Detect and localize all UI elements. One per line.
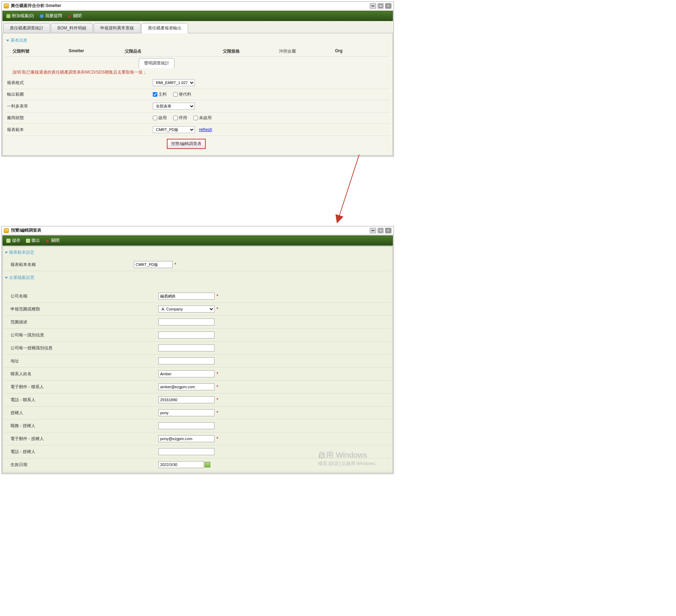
section-template-settings: 報表範本設定 — [4, 248, 391, 258]
maximize-button[interactable] — [377, 228, 384, 233]
export-icon — [26, 239, 30, 243]
authorizer-input[interactable] — [158, 409, 214, 416]
report-template-label: 報表範本 — [6, 127, 153, 133]
toolbar-2: 儲存 匯出 ✖ 關閉 — [2, 235, 393, 246]
export-button[interactable]: 匯出 — [26, 238, 40, 244]
company-auth-id-label: 公司唯一授權識別信息 — [4, 345, 158, 351]
not-enabled-checkbox[interactable] — [193, 116, 198, 120]
app-icon — [4, 228, 9, 233]
column-headers: 父階料號 Smelter 父階品名 父階規格 沖突金屬 Org — [6, 46, 390, 57]
app-icon — [4, 4, 9, 8]
vendor-status-label: 廠商狀態 — [6, 115, 153, 121]
attach-label: 附加檔案(0) — [12, 13, 34, 19]
tab-report-output[interactable]: 責任礦產報表輸出 — [141, 23, 188, 33]
note-text: 說明:取已審核通過的責任礦產調查表和MCD/SDS聯集且去重取唯一值； — [6, 68, 390, 77]
maximize-button[interactable] — [377, 3, 384, 9]
authorizer-title-input[interactable] — [158, 422, 214, 429]
svg-line-0 — [338, 155, 359, 219]
substitute-material-checkbox[interactable] — [173, 92, 178, 97]
attach-icon — [6, 14, 11, 18]
section-company-settings: 企業檔案設置 — [4, 273, 391, 283]
main-material-checkbox[interactable] — [153, 92, 157, 97]
window-preview-edit: 預覽/編輯調查表 儲存 匯出 ✖ 關閉 報表範本設定 報表範本名稱 * — [1, 226, 394, 474]
authorizer-phone-label: 電話 - 授權人 — [4, 449, 158, 455]
report-format-label: 報表格式 — [6, 80, 153, 86]
address-label: 地址 — [4, 358, 158, 364]
authorizer-email-label: 電子郵件 - 授權人 — [4, 436, 158, 442]
attach-button[interactable]: 附加檔案(0) — [6, 13, 34, 19]
effective-date-label: 生效日期 — [4, 462, 158, 468]
minimize-button[interactable] — [370, 3, 376, 9]
refresh-link[interactable]: refresh — [199, 127, 212, 132]
title-bar-2: 預覽/編輯調查表 — [2, 226, 394, 235]
form-content: 報表範本設定 報表範本名稱 * 企業檔案設置 公司名稱 * 申報范圍或種類 A.… — [2, 246, 393, 473]
help-button[interactable]: 我要提問 — [40, 13, 62, 19]
title-bar: 責任礦產符合分析:Smelter — [2, 2, 394, 10]
close-icon: ✖ — [46, 239, 50, 243]
template-name-label: 報表範本名稱 — [4, 262, 134, 268]
tab-bom-detail[interactable]: BOM_料件明細 — [51, 23, 93, 33]
window-smelter-analysis: 責任礦產符合分析:Smelter 附加檔案(0) 我要提問 ✖ 關閉 責任礦產調… — [1, 1, 394, 157]
company-id-label: 公司唯一識別信息 — [4, 332, 158, 338]
main-tabs: 責任礦產調查統計 BOM_料件明細 申報資料異常查核 責任礦產報表輸出 — [2, 22, 393, 33]
multi-form-select[interactable]: 全部表單 — [153, 103, 195, 110]
preview-edit-button[interactable]: 預覽/編輯調查表 — [167, 139, 206, 149]
contact-email-label: 電子郵件 - 聯系人 — [4, 384, 158, 390]
section-basic-info: 基本訊息 — [6, 36, 390, 46]
declaration-scope-label: 申報范圍或種類 — [4, 306, 158, 312]
contact-email-input[interactable] — [158, 383, 214, 390]
report-format-select[interactable]: RMI_EMRT_1.027_K.xlsx — [153, 79, 195, 86]
company-id-input[interactable] — [158, 331, 214, 338]
calendar-icon[interactable] — [205, 462, 210, 467]
window-title-2: 預覽/編輯調查表 — [11, 227, 41, 233]
contact-name-input[interactable] — [158, 370, 214, 377]
enabled-checkbox[interactable] — [153, 116, 157, 120]
save-icon — [6, 239, 11, 243]
contact-phone-input[interactable] — [158, 396, 214, 403]
contact-name-label: 聯系人姓名 — [4, 371, 158, 377]
arrow-annotation — [286, 155, 391, 225]
template-name-input[interactable] — [134, 261, 172, 268]
minimize-button[interactable] — [370, 228, 376, 233]
subtab-declaration-stats[interactable]: 聲明調查統計 — [139, 58, 175, 68]
company-name-input[interactable] — [158, 293, 214, 300]
effective-date-input[interactable] — [158, 461, 204, 468]
close-button[interactable]: ✖ 關閉 — [68, 13, 82, 19]
toolbar: 附加檔案(0) 我要提問 ✖ 關閉 — [2, 11, 393, 21]
declaration-scope-select[interactable]: A. Company — [158, 306, 214, 313]
save-button[interactable]: 儲存 — [6, 238, 20, 244]
authorizer-phone-input[interactable] — [158, 448, 214, 455]
tab-exception-check[interactable]: 申報資料異常查核 — [94, 23, 141, 33]
scope-description-label: 范圍描述 — [4, 319, 158, 325]
company-name-label: 公司名稱 — [4, 293, 158, 299]
address-input[interactable] — [158, 357, 214, 364]
help-icon — [40, 14, 44, 18]
close-button-2[interactable]: ✖ 關閉 — [46, 238, 60, 244]
authorizer-title-label: 職務 - 授權人 — [4, 423, 158, 429]
company-auth-id-input[interactable] — [158, 344, 214, 351]
windows-watermark: 啟用 Windows 移至 [設定] 以啟用 Windows。 — [318, 450, 380, 467]
close-label: 關閉 — [73, 13, 82, 19]
close-icon: ✖ — [68, 14, 72, 18]
authorizer-label: 授權人 — [4, 410, 158, 416]
required-marker: * — [175, 262, 176, 267]
close-window-button[interactable] — [385, 228, 391, 233]
tab-content: 基本訊息 父階料號 Smelter 父階品名 父階規格 沖突金屬 Org 聲明調… — [2, 33, 393, 156]
disabled-checkbox[interactable] — [173, 116, 178, 120]
authorizer-email-input[interactable] — [158, 435, 214, 442]
multi-form-label: 一料多表單 — [6, 103, 153, 109]
contact-phone-label: 電話 - 聯系人 — [4, 397, 158, 403]
close-window-button[interactable] — [385, 3, 391, 9]
report-template-select[interactable]: CMRT_PD版 — [153, 126, 195, 133]
output-range-label: 輸出範圍 — [6, 91, 153, 97]
help-label: 我要提問 — [45, 13, 62, 19]
tab-survey-stats[interactable]: 責任礦產調查統計 — [3, 23, 50, 33]
window-title: 責任礦產符合分析:Smelter — [11, 3, 61, 9]
scope-description-input[interactable] — [158, 319, 214, 326]
